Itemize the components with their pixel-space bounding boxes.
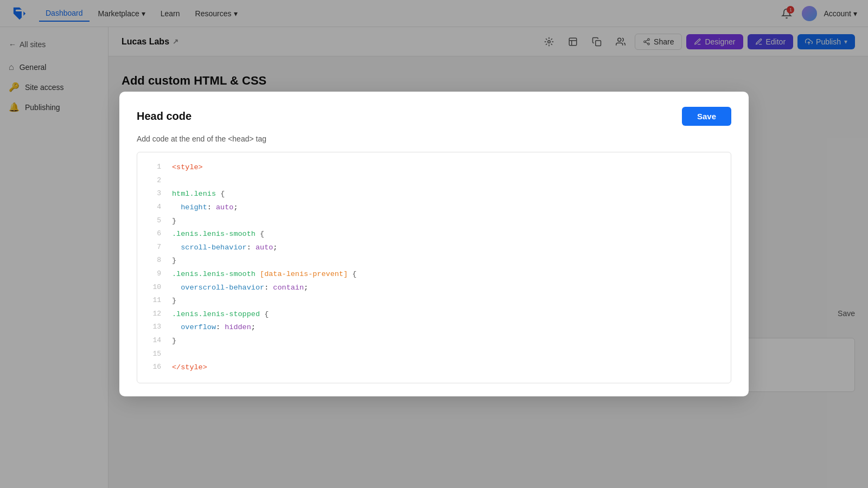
code-line-12: 12 .lenis.lenis-stopped {	[137, 307, 731, 321]
modal-save-button[interactable]: Save	[682, 107, 731, 126]
modal-description: Add code at the end of the <head> tag	[137, 134, 731, 143]
code-line-10: 10 overscroll-behavior: contain;	[137, 281, 731, 294]
code-line-5: 5 }	[137, 214, 731, 228]
code-line-8: 8 }	[137, 254, 731, 268]
code-line-14: 14 }	[137, 334, 731, 348]
modal-title: Head code	[137, 110, 192, 123]
code-line-7: 7 scroll-behavior: auto;	[137, 241, 731, 254]
code-line-13: 13 overflow: hidden;	[137, 321, 731, 335]
code-line-16: 16 </style>	[137, 361, 731, 375]
code-line-11: 11 }	[137, 294, 731, 308]
code-line-2: 2	[137, 174, 731, 188]
code-line-9: 9 .lenis.lenis-smooth [data-lenis-preven…	[137, 268, 731, 281]
code-line-4: 4 height: auto;	[137, 201, 731, 215]
code-editor[interactable]: 1 <style> 2 3 html.lenis { 4 height: aut…	[137, 152, 731, 384]
code-line-3: 3 html.lenis {	[137, 188, 731, 201]
modal-header: Head code Save	[137, 107, 731, 126]
code-line-6: 6 .lenis.lenis-smooth {	[137, 228, 731, 241]
code-line-1: 1 <style>	[137, 161, 731, 175]
code-line-15: 15	[137, 348, 731, 361]
modal-overlay[interactable]: Head code Save Add code at the end of th…	[0, 0, 868, 488]
head-code-modal: Head code Save Add code at the end of th…	[119, 92, 749, 397]
